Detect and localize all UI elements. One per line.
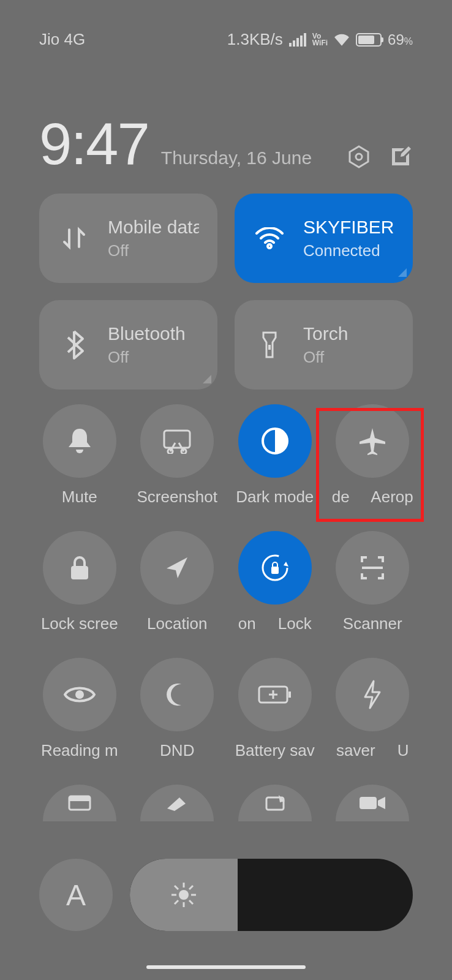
dark-mode-icon	[260, 426, 290, 456]
svg-rect-7	[71, 566, 88, 579]
hotspot-toggle[interactable]	[226, 785, 324, 821]
reading-mode-toggle[interactable]: Reading m	[31, 658, 129, 760]
svg-point-17	[179, 890, 189, 900]
airplane-icon	[357, 426, 388, 456]
location-icon	[164, 555, 190, 581]
rotation-lock-label: on Lock	[238, 614, 312, 633]
torch-title: Torch	[303, 323, 348, 344]
screenshot-label: Screenshot	[137, 488, 217, 507]
svg-line-25	[175, 900, 178, 904]
svg-rect-16	[360, 797, 377, 809]
svg-line-24	[189, 886, 193, 889]
rotation-lock-icon	[259, 552, 291, 584]
mute-label: Mute	[62, 488, 97, 507]
time-row: 9:47 Thursday, 16 June	[39, 110, 413, 178]
record-toggle[interactable]	[324, 785, 422, 821]
toggle-grid: Mute Screenshot Dark mode de Aerop Lock …	[31, 404, 421, 821]
brush-icon	[164, 794, 190, 812]
location-toggle[interactable]: Location	[129, 531, 227, 633]
bluetooth-tile[interactable]: Bluetooth Off	[39, 300, 217, 390]
battery-saver-label: Battery sav	[235, 741, 315, 760]
bolt-icon	[363, 680, 382, 709]
svg-rect-3	[164, 431, 190, 448]
mobile-data-title: Mobile data	[108, 217, 199, 238]
rotation-lock-toggle[interactable]: on Lock	[226, 531, 324, 633]
share-icon	[263, 794, 287, 812]
mute-toggle[interactable]: Mute	[31, 404, 129, 507]
dark-mode-toggle[interactable]: Dark mode	[226, 404, 324, 507]
brightness-slider[interactable]	[130, 859, 413, 931]
svg-line-23	[189, 900, 193, 904]
wifi-icon	[253, 222, 286, 255]
svg-rect-2	[268, 345, 271, 350]
eye-icon	[64, 684, 96, 705]
battery-percent: 69%	[388, 31, 413, 48]
wifi-tile[interactable]: SKYFIBER Connected	[235, 194, 413, 283]
moon-icon	[164, 682, 190, 707]
bluetooth-sub: Off	[108, 348, 186, 367]
wifi-sub: Connected	[303, 241, 394, 260]
lock-icon	[67, 554, 92, 582]
net-speed: 1.3KB/s	[227, 30, 283, 49]
vowifi-icon: VoWiFi	[312, 33, 328, 47]
expand-corner-icon	[398, 268, 407, 277]
floating-window-toggle[interactable]	[31, 785, 129, 821]
ultra-saver-label: saver U	[336, 741, 409, 760]
dnd-label: DND	[160, 741, 194, 760]
home-indicator[interactable]	[146, 965, 306, 969]
sun-icon	[170, 881, 197, 908]
ultra-saver-toggle[interactable]: saver U	[324, 658, 422, 760]
scanner-toggle[interactable]: Scanner	[324, 531, 422, 633]
wifi-title: SKYFIBER	[303, 217, 394, 238]
lock-screen-toggle[interactable]: Lock scree	[31, 531, 129, 633]
auto-brightness-button[interactable]: A	[39, 859, 113, 931]
mobile-data-tile[interactable]: Mobile data Off	[39, 194, 217, 283]
brightness-row: A	[39, 859, 413, 931]
torch-sub: Off	[303, 348, 348, 367]
battery-plus-icon	[258, 684, 292, 705]
tile-grid: Mobile data Off SKYFIBER Connected Bluet…	[39, 194, 413, 390]
mobile-data-sub: Off	[108, 241, 199, 260]
bluetooth-icon	[58, 328, 91, 361]
edit-icon[interactable]	[388, 145, 413, 169]
lock-screen-label: Lock scree	[41, 614, 118, 633]
battery-icon	[356, 33, 382, 47]
svg-rect-9	[271, 567, 279, 574]
dark-mode-label: Dark mode	[236, 488, 314, 507]
svg-line-22	[175, 886, 178, 889]
location-label: Location	[147, 614, 207, 633]
signal-icon	[289, 33, 306, 47]
status-bar: Jio 4G 1.3KB/s VoWiFi 69%	[0, 0, 452, 49]
theme-toggle[interactable]	[129, 785, 227, 821]
expand-corner-icon	[203, 375, 211, 383]
window-icon	[67, 794, 92, 812]
airplane-toggle[interactable]: de Aerop	[324, 404, 422, 507]
camera-icon	[358, 794, 386, 812]
wifi-status-icon	[334, 34, 350, 46]
scanner-label: Scanner	[343, 614, 402, 633]
auto-brightness-label: A	[66, 878, 86, 912]
svg-rect-12	[288, 692, 291, 698]
status-right: 1.3KB/s VoWiFi 69%	[227, 30, 413, 49]
reading-mode-label: Reading m	[41, 741, 118, 760]
screenshot-toggle[interactable]: Screenshot	[129, 404, 227, 507]
clock: 9:47	[39, 110, 149, 178]
svg-point-10	[75, 690, 84, 699]
settings-icon[interactable]	[347, 145, 371, 169]
torch-icon	[253, 328, 286, 361]
svg-marker-0	[350, 146, 368, 167]
dnd-toggle[interactable]: DND	[129, 658, 227, 760]
bell-icon	[66, 426, 94, 456]
battery-fill	[358, 36, 374, 44]
svg-rect-14	[69, 796, 90, 801]
torch-tile[interactable]: Torch Off	[235, 300, 413, 390]
svg-point-1	[356, 154, 362, 160]
battery-saver-toggle[interactable]: Battery sav	[226, 658, 324, 760]
mobile-data-icon	[58, 222, 91, 255]
bluetooth-title: Bluetooth	[108, 323, 186, 344]
scanner-icon	[358, 554, 386, 582]
carrier-label: Jio 4G	[39, 30, 85, 49]
brightness-fill	[130, 859, 238, 931]
airplane-label: de Aerop	[332, 488, 413, 507]
scissors-icon	[162, 428, 192, 454]
